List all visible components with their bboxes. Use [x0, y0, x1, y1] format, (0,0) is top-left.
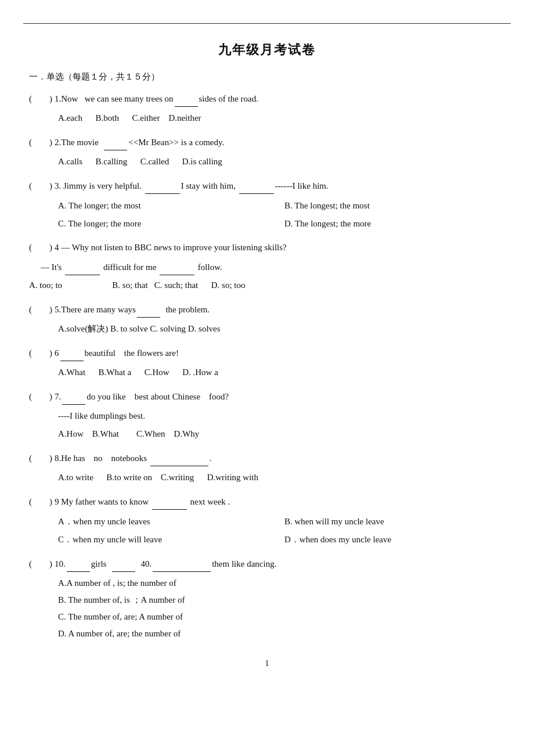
q2-line: ( ) 2.The movie <<Mr Bean>> is a comedy. — [29, 134, 511, 150]
q9-opt-a: A．when my uncle leaves — [58, 513, 284, 530]
page-number: 1 — [23, 659, 511, 668]
q1-blank — [175, 91, 198, 107]
q3-opt-d: D. The longest; the more — [284, 215, 511, 232]
q4-blank1 — [65, 259, 100, 275]
q4-blank2 — [160, 259, 194, 275]
q10-opt-c: C. The number of, are; A number of — [29, 609, 511, 625]
q1-options: A.each B.both C.either D.neither — [29, 110, 511, 126]
section-header: 一．单选（每题１分，共１５分） — [23, 71, 511, 82]
q8-options: A.to write B.to write on C.writing D.wri… — [29, 470, 511, 485]
q3-text: 3. Jimmy is very helpful. I stay with hi… — [55, 178, 511, 194]
q6-options: A.What B.What a C.How D. .How a — [29, 365, 511, 380]
q10-blank2 — [112, 556, 135, 572]
q1-line: ( ) 1.Now we can see many trees on sides… — [29, 91, 511, 107]
q6-line: ( ) 6 beautiful the flowers are! — [29, 345, 511, 361]
q9-opt-b: B. when will my uncle leave — [284, 513, 511, 530]
q3-paren: ( ) — [29, 179, 52, 194]
q7-options: A.How B.What C.When D.Why — [29, 426, 511, 442]
question-1: ( ) 1.Now we can see many trees on sides… — [23, 91, 511, 126]
q7-line: ( ) 7. do you like best about Chinese fo… — [29, 388, 511, 405]
q10-line: ( ) 10. girls 40. them like dancing. — [29, 556, 511, 572]
q3-options-row2: C. The longer; the more D. The longest; … — [29, 215, 511, 232]
q5-text: 5.There are many ways the problem. — [55, 301, 511, 318]
q4-line: ( ) 4 — Why not listen to BBC news to im… — [29, 240, 511, 255]
question-3: ( ) 3. Jimmy is very helpful. I stay wit… — [23, 178, 511, 232]
q3-blank1 — [145, 178, 180, 194]
q3-opt-b: B. The longest; the most — [284, 197, 511, 214]
q3-opt-a: A. The longer; the most — [58, 197, 284, 214]
q9-options-row1: A．when my uncle leaves B. when will my u… — [29, 513, 511, 530]
q2-text: 2.The movie <<Mr Bean>> is a comedy. — [55, 134, 511, 150]
question-6: ( ) 6 beautiful the flowers are! A.What … — [23, 345, 511, 380]
q5-paren: ( ) — [29, 303, 52, 318]
q10-blank3 — [153, 556, 211, 572]
q2-paren: ( ) — [29, 135, 52, 150]
q8-blank — [150, 450, 208, 466]
question-2: ( ) 2.The movie <<Mr Bean>> is a comedy.… — [23, 134, 511, 170]
q3-line: ( ) 3. Jimmy is very helpful. I stay wit… — [29, 178, 511, 194]
page-title: 九年级月考试卷 — [23, 41, 511, 59]
q4-sub: — It's difficult for me follow. — [29, 259, 511, 275]
q8-text: 8.He has no notebooks . — [55, 450, 511, 466]
q10-opt-d: D. A number of, are; the number of — [29, 626, 511, 642]
q1-text: 1.Now we can see many trees on sides of … — [55, 91, 511, 107]
q10-opt-b: B. The number of, is ；A number of — [29, 592, 511, 608]
q10-text: 10. girls 40. them like dancing. — [55, 556, 511, 572]
q8-paren: ( ) — [29, 451, 52, 466]
q3-blank2 — [239, 178, 274, 194]
q2-blank — [104, 134, 127, 150]
q1-paren: ( ) — [29, 92, 52, 107]
q7-sub: ----I like dumplings best. — [29, 408, 511, 424]
question-7: ( ) 7. do you like best about Chinese fo… — [23, 388, 511, 442]
q10-opt-a: A.A number of , is; the number of — [29, 575, 511, 591]
q7-text: 7. do you like best about Chinese food? — [55, 388, 511, 405]
question-4: ( ) 4 — Why not listen to BBC news to im… — [23, 240, 511, 293]
q9-paren: ( ) — [29, 495, 52, 510]
q10-paren: ( ) — [29, 557, 52, 572]
q9-options-row2: C．when my uncle will leave D．when does m… — [29, 531, 511, 548]
page-container: 九年级月考试卷 一．单选（每题１分，共１５分） ( ) 1.Now we can… — [12, 0, 522, 703]
q6-paren: ( ) — [29, 346, 52, 361]
q7-blank — [62, 388, 85, 405]
q9-opt-c: C．when my uncle will leave — [58, 531, 284, 548]
q4-text: 4 — Why not listen to BBC news to improv… — [55, 240, 511, 255]
question-5: ( ) 5.There are many ways the problem. A… — [23, 301, 511, 337]
question-9: ( ) 9 My father wants to know next week … — [23, 494, 511, 548]
q9-opt-d: D．when does my uncle leave — [284, 531, 511, 548]
q6-blank — [60, 345, 84, 361]
q7-paren: ( ) — [29, 390, 52, 405]
q8-line: ( ) 8.He has no notebooks . — [29, 450, 511, 466]
q9-blank — [152, 494, 187, 510]
q10-blank1 — [67, 556, 90, 572]
question-10: ( ) 10. girls 40. them like dancing. A.A… — [23, 556, 511, 642]
q5-line: ( ) 5.There are many ways the problem. — [29, 301, 511, 318]
question-8: ( ) 8.He has no notebooks . A.to write B… — [23, 450, 511, 485]
q3-options-row1: A. The longer; the most B. The longest; … — [29, 197, 511, 214]
q5-options: A.solve(解决) B. to solve C. solving D. so… — [29, 321, 511, 337]
q5-blank — [137, 301, 160, 318]
q4-options: A. too; to B. so; that C. such; that D. … — [29, 278, 511, 293]
top-divider — [23, 23, 511, 24]
q4-paren: ( ) — [29, 240, 52, 255]
q9-line: ( ) 9 My father wants to know next week … — [29, 494, 511, 510]
q9-text: 9 My father wants to know next week . — [55, 494, 511, 510]
q6-text: 6 beautiful the flowers are! — [55, 345, 511, 361]
q3-opt-c: C. The longer; the more — [58, 215, 284, 232]
q2-options: A.calls B.calling C.called D.is calling — [29, 154, 511, 170]
